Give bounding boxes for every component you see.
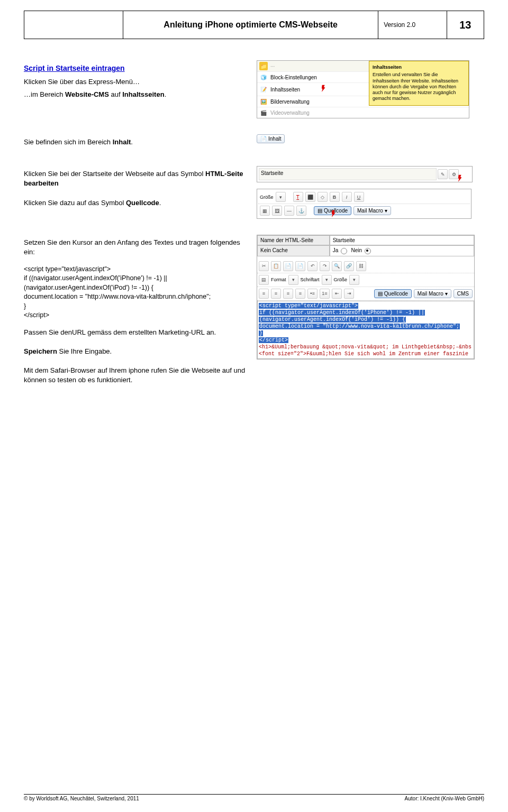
dropdown-icon[interactable]: ▾ xyxy=(349,275,359,285)
radio-nein[interactable] xyxy=(365,248,371,254)
outdent-icon[interactable]: ⇤ xyxy=(332,289,342,299)
pointer-icon xyxy=(455,174,466,184)
section1-p2: …im Bereich Website-CMS auf Inhaltsseite… xyxy=(24,90,251,99)
screenshot-editor: Name der HTML-Seite Startseite Kein Cach… xyxy=(257,235,475,359)
tool-icon[interactable]: ▤ xyxy=(259,275,269,285)
label-groesse: Größe xyxy=(260,195,274,200)
image-icon: 🖼️ xyxy=(259,97,268,106)
section2-p: Sie befinden sich im Bereich Inhalt. xyxy=(24,137,251,147)
bold-icon[interactable]: B xyxy=(330,192,340,202)
tooltip-inhaltsseiten: Inhaltsseiten Erstellen und verwalten Si… xyxy=(369,61,469,106)
cms-button[interactable]: CMS xyxy=(453,289,473,298)
section3-p2: Klicken Sie dazu auf das Symbol Quellcod… xyxy=(24,198,251,208)
indent-icon[interactable]: ⇥ xyxy=(344,289,354,299)
list-icon[interactable]: •≡ xyxy=(307,289,318,299)
pointer-icon xyxy=(329,209,339,220)
section1-heading: Script in Startseite eintragen xyxy=(24,64,125,72)
eraser-icon[interactable]: ◇ xyxy=(318,192,328,202)
tool-icon[interactable]: ✂ xyxy=(259,261,269,271)
screenshot-row-startseite: Startseite ✎ ⚙ xyxy=(257,166,473,182)
pointer-icon xyxy=(319,84,329,95)
header-title: Anleitung iPhone optimierte CMS-Webseite xyxy=(123,11,378,39)
section4-p3: Speichern Sie Ihre Eingabe. xyxy=(24,347,251,356)
menu-bilderverwaltung[interactable]: Bilderverwaltung xyxy=(270,99,310,105)
code-block: <script type="text/javascript"> if ((nav… xyxy=(24,265,251,320)
section3-p1: Klicken Sie bei der Startseite der Webse… xyxy=(24,169,251,188)
align-center-icon[interactable]: ≡ xyxy=(271,289,281,299)
header-page: 13 xyxy=(447,11,484,39)
doc-header-table: Anleitung iPhone optimierte CMS-Webseite… xyxy=(24,11,484,39)
tool-icon[interactable]: ↶ xyxy=(307,261,318,271)
italic-icon[interactable]: I xyxy=(342,192,352,202)
menu-inhaltsseiten[interactable]: Inhaltsseiten xyxy=(270,87,300,93)
fontcolor-icon[interactable]: T̲ xyxy=(293,192,303,202)
tool-icon[interactable]: 📋 xyxy=(271,261,281,271)
td-name-val: Startseite xyxy=(330,235,474,245)
screenshot-toolbar-quellcode: Größe ▾ T̲ ⬛ ◇ B I U ▦ 🖼 ― ⚓ xyxy=(257,189,471,219)
align-justify-icon[interactable]: ≡ xyxy=(295,289,305,299)
tool-icon[interactable]: 🔗 xyxy=(344,261,354,271)
cube-icon: 🧊 xyxy=(259,73,268,81)
tool-icon[interactable]: ⛓ xyxy=(356,261,366,271)
bgcolor-icon[interactable]: ⬛ xyxy=(305,192,315,202)
chevron-down-icon: ▾ xyxy=(385,208,387,214)
page-icon: 📄 xyxy=(260,136,267,142)
row-name: Startseite xyxy=(259,168,437,180)
dropdown-icon[interactable]: ▾ xyxy=(276,192,286,202)
dropdown-icon[interactable]: ▾ xyxy=(288,275,298,285)
mailmacro-button[interactable]: Mail Macro▾ xyxy=(414,289,451,298)
td-cache-val: Ja Nein xyxy=(330,245,474,256)
section4-p1: Setzen Sie den Kursor an den Anfang des … xyxy=(24,238,251,257)
anchor-icon[interactable]: ⚓ xyxy=(296,206,306,216)
section4-p2: Passen Sie denURL gemäss dem erstellten … xyxy=(24,328,251,337)
chevron-down-icon: ▾ xyxy=(445,291,448,297)
section1-p1: Klicken Sie über das Express-Menü… xyxy=(24,77,251,87)
table-icon[interactable]: ▦ xyxy=(260,206,270,216)
th-name: Name der HTML-Seite xyxy=(257,235,330,245)
folder-icon: 📁 xyxy=(259,62,268,70)
code-editor[interactable]: <script type="text/javascript"> if ((nav… xyxy=(257,301,474,359)
header-logo-cell xyxy=(24,11,123,39)
code-icon: ▤ xyxy=(378,291,383,297)
numlist-icon[interactable]: 1≡ xyxy=(320,289,330,299)
tool-icon[interactable]: 🔍 xyxy=(332,261,342,271)
section4-p4: Mit dem Safari-Browser auf Ihrem iphone … xyxy=(24,366,251,385)
dropdown-icon[interactable]: ▾ xyxy=(322,275,332,285)
menu-block-einstellungen[interactable]: Block-Einstellungen xyxy=(270,75,317,80)
tab-inhalt[interactable]: 📄 Inhalt xyxy=(257,134,285,143)
edit-html-icon[interactable]: ✎ xyxy=(438,169,448,179)
tool-icon[interactable]: 📄 xyxy=(295,261,305,271)
page-icon: 📝 xyxy=(259,85,268,94)
tool-icon[interactable]: 📄 xyxy=(283,261,293,271)
screenshot-express-menu: 📁 ··· ··· 🧊Block-Einstellungen 📝Inhaltss… xyxy=(257,60,469,118)
underline-icon[interactable]: U xyxy=(354,192,364,202)
image-icon[interactable]: 🖼 xyxy=(272,206,282,216)
quellcode-button[interactable]: ▤Quellcode xyxy=(374,289,412,298)
header-version: Version 2.0 xyxy=(378,11,447,39)
align-right-icon[interactable]: ≡ xyxy=(283,289,293,299)
menu-videoverwaltung[interactable]: Videoverwaltung xyxy=(270,110,310,116)
th-cache: Kein Cache xyxy=(257,245,330,256)
align-left-icon[interactable]: ≡ xyxy=(259,289,269,299)
video-icon: 🎬 xyxy=(259,108,268,117)
code-icon: ▤ xyxy=(318,208,322,214)
tool-icon[interactable]: ↷ xyxy=(320,261,330,271)
radio-ja[interactable] xyxy=(341,248,347,254)
hr-icon[interactable]: ― xyxy=(284,206,294,216)
mailmacro-button[interactable]: Mail Macro ▾ xyxy=(353,206,391,215)
